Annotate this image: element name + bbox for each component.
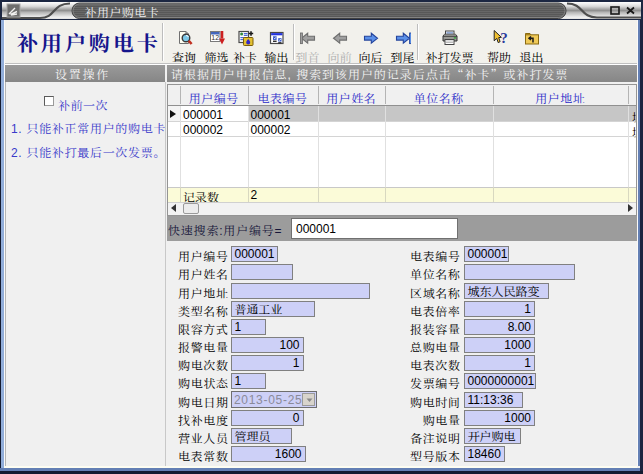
svg-text:12: 12 [211,34,219,41]
